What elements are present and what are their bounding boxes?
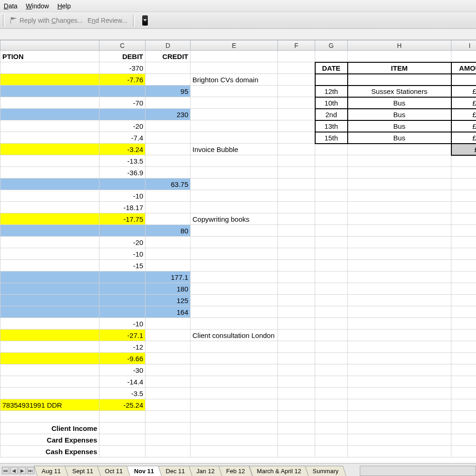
cell[interactable] bbox=[278, 364, 315, 376]
col-header-C[interactable]: C bbox=[99, 40, 145, 51]
cell[interactable] bbox=[278, 341, 315, 353]
cell[interactable] bbox=[348, 271, 451, 283]
cell[interactable] bbox=[145, 74, 191, 86]
cell[interactable]: Client Income bbox=[0, 423, 99, 434]
cell[interactable] bbox=[278, 109, 315, 120]
cell[interactable] bbox=[191, 399, 278, 411]
cell[interactable] bbox=[191, 446, 278, 457]
cell[interactable] bbox=[191, 423, 278, 434]
cell[interactable] bbox=[451, 260, 476, 271]
cell[interactable]: -36.9 bbox=[99, 167, 145, 178]
cell[interactable] bbox=[99, 446, 145, 457]
cell[interactable] bbox=[145, 353, 191, 364]
cell[interactable] bbox=[451, 74, 476, 86]
cell[interactable] bbox=[348, 178, 451, 190]
cell[interactable]: -10 bbox=[99, 318, 145, 330]
cell[interactable] bbox=[0, 178, 99, 190]
cell[interactable] bbox=[278, 330, 315, 341]
cell[interactable] bbox=[0, 248, 99, 260]
cell[interactable] bbox=[348, 260, 451, 271]
cell[interactable] bbox=[348, 341, 451, 353]
cell[interactable] bbox=[315, 51, 348, 62]
cell[interactable] bbox=[191, 341, 278, 353]
cell[interactable]: -14.4 bbox=[99, 376, 145, 388]
cell[interactable] bbox=[99, 178, 145, 190]
cell[interactable] bbox=[0, 353, 99, 364]
cell[interactable]: Bus bbox=[348, 97, 451, 109]
cell[interactable] bbox=[348, 295, 451, 306]
sheet-tab[interactable]: Nov 11 bbox=[126, 466, 162, 476]
cell[interactable] bbox=[315, 411, 348, 423]
menu-help[interactable]: Help bbox=[57, 2, 71, 10]
cell[interactable] bbox=[315, 283, 348, 295]
sheet-tab[interactable]: Oct 11 bbox=[97, 466, 130, 476]
cell[interactable] bbox=[315, 202, 348, 213]
cell[interactable] bbox=[315, 213, 348, 225]
cell[interactable] bbox=[0, 74, 99, 86]
cell[interactable] bbox=[0, 120, 99, 132]
cell[interactable]: Bus bbox=[348, 132, 451, 144]
sheet-tab[interactable]: Feb 12 bbox=[218, 466, 253, 476]
cell[interactable]: 177.1 bbox=[145, 271, 191, 283]
cell[interactable] bbox=[451, 190, 476, 202]
cell[interactable] bbox=[348, 225, 451, 237]
sheet-tab[interactable]: Aug 11 bbox=[34, 466, 68, 476]
cell[interactable] bbox=[451, 178, 476, 190]
cell[interactable] bbox=[315, 353, 348, 364]
cell[interactable] bbox=[348, 353, 451, 364]
cell[interactable] bbox=[99, 411, 145, 423]
cell[interactable] bbox=[0, 306, 99, 318]
cell[interactable] bbox=[0, 411, 99, 423]
cell[interactable] bbox=[191, 411, 278, 423]
cell[interactable]: Bus bbox=[348, 109, 451, 120]
cell[interactable] bbox=[315, 167, 348, 178]
cell[interactable]: -18.17 bbox=[99, 202, 145, 213]
cell[interactable] bbox=[278, 388, 315, 399]
cell[interactable] bbox=[315, 295, 348, 306]
cell[interactable] bbox=[145, 318, 191, 330]
cell[interactable] bbox=[191, 178, 278, 190]
cell[interactable] bbox=[191, 434, 278, 446]
cell[interactable] bbox=[278, 144, 315, 155]
cell[interactable] bbox=[315, 399, 348, 411]
cell[interactable] bbox=[451, 364, 476, 376]
cell[interactable] bbox=[315, 271, 348, 283]
cell[interactable] bbox=[0, 190, 99, 202]
cell[interactable] bbox=[278, 353, 315, 364]
cell[interactable]: -27.1 bbox=[99, 330, 145, 341]
cell[interactable] bbox=[145, 167, 191, 178]
cell[interactable] bbox=[145, 120, 191, 132]
cell[interactable] bbox=[0, 341, 99, 353]
cell[interactable] bbox=[278, 120, 315, 132]
sheet-tab[interactable]: Summary bbox=[305, 466, 346, 476]
cell[interactable] bbox=[0, 225, 99, 237]
reply-with-changes-button[interactable]: Reply with Changes... bbox=[20, 17, 83, 24]
cell[interactable] bbox=[191, 202, 278, 213]
cell[interactable] bbox=[191, 364, 278, 376]
cell[interactable] bbox=[348, 213, 451, 225]
cell[interactable] bbox=[348, 364, 451, 376]
cell[interactable]: -12 bbox=[99, 341, 145, 353]
cell[interactable] bbox=[348, 51, 451, 62]
cell[interactable] bbox=[191, 353, 278, 364]
cell[interactable] bbox=[348, 283, 451, 295]
cell[interactable]: ITEM bbox=[348, 62, 451, 74]
cell[interactable]: 12th bbox=[315, 86, 348, 97]
cell[interactable] bbox=[191, 376, 278, 388]
cell[interactable]: -30 bbox=[99, 364, 145, 376]
menu-window[interactable]: Window bbox=[26, 2, 49, 10]
cell[interactable] bbox=[451, 318, 476, 330]
cell[interactable] bbox=[145, 411, 191, 423]
cell[interactable] bbox=[278, 295, 315, 306]
cell[interactable]: Client consultation London bbox=[191, 330, 278, 341]
cell[interactable]: CREDIT bbox=[145, 51, 191, 62]
cell[interactable] bbox=[315, 376, 348, 388]
cell[interactable] bbox=[348, 388, 451, 399]
cell[interactable] bbox=[348, 411, 451, 423]
cell[interactable] bbox=[348, 155, 451, 167]
cell[interactable] bbox=[0, 376, 99, 388]
cell[interactable] bbox=[315, 306, 348, 318]
cell[interactable] bbox=[451, 330, 476, 341]
cell[interactable]: Copywriting books bbox=[191, 213, 278, 225]
cell[interactable] bbox=[315, 341, 348, 353]
